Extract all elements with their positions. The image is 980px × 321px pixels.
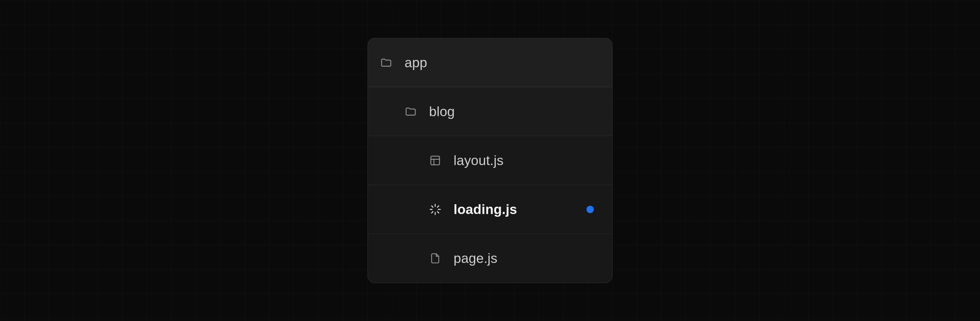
folder-icon	[380, 57, 392, 69]
svg-line-5	[431, 206, 433, 207]
svg-line-6	[438, 212, 439, 213]
file-tree-panel: app blog layout.js	[368, 38, 612, 283]
status-dot-icon	[587, 206, 594, 213]
tree-label: loading.js	[453, 202, 587, 217]
file-icon	[429, 252, 441, 264]
tree-row-blog[interactable]: blog	[368, 87, 612, 136]
svg-line-9	[431, 212, 433, 213]
folder-icon	[404, 106, 417, 118]
tree-row-page[interactable]: page.js	[368, 234, 612, 283]
tree-label: page.js	[453, 251, 594, 266]
svg-line-10	[438, 206, 439, 207]
layout-icon	[429, 154, 441, 167]
tree-label: app	[404, 55, 594, 70]
stage: app blog layout.js	[0, 0, 980, 321]
tree-label: blog	[429, 104, 594, 119]
spinner-icon	[429, 203, 441, 215]
tree-label: layout.js	[453, 153, 594, 168]
tree-row-app[interactable]: app	[368, 38, 612, 87]
tree-row-layout[interactable]: layout.js	[368, 136, 612, 185]
svg-rect-0	[431, 156, 439, 164]
tree-row-loading[interactable]: loading.js	[368, 185, 612, 234]
